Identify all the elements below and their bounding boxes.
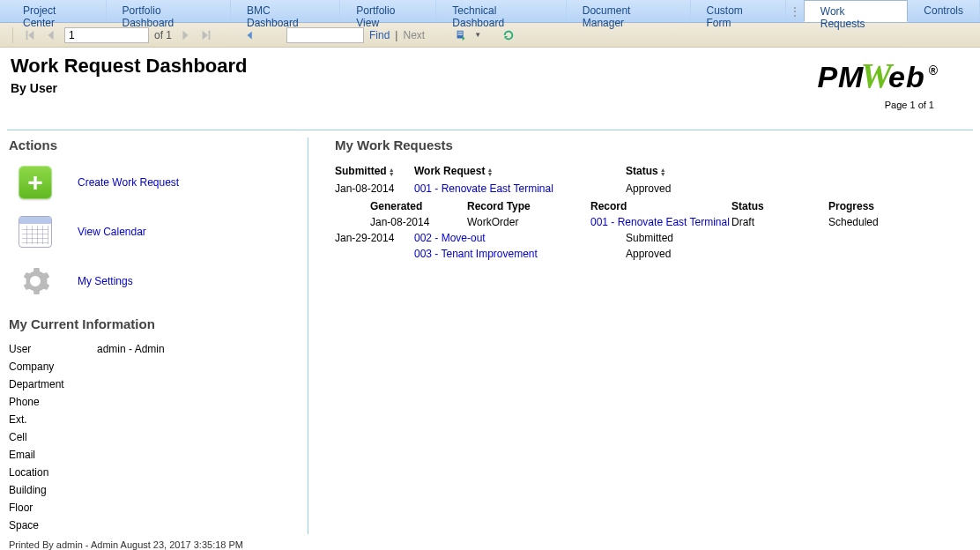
info-label: Cell <box>9 431 97 443</box>
cell-record-type: WorkOrder <box>467 216 590 228</box>
info-row: Space <box>9 517 299 534</box>
tab-bar: Project CenterPortfolio DashboardBMC Das… <box>0 0 980 23</box>
info-label: Company <box>9 360 97 373</box>
calendar-icon <box>19 216 52 248</box>
info-row: Email <box>9 446 299 464</box>
cell-submitted <box>335 248 414 260</box>
tab-portfolio-dashboard[interactable]: Portfolio Dashboard <box>107 0 231 22</box>
info-value: admin - Admin <box>97 343 165 355</box>
child-col-progress: Progress <box>828 200 917 212</box>
info-row: Building <box>9 481 299 499</box>
action-view-calendar[interactable]: View Calendar <box>9 214 299 249</box>
report-header: Work Request Dashboard By User PMWeb® Pa… <box>0 48 980 114</box>
info-label: Location <box>9 466 97 479</box>
info-label: Building <box>9 484 97 496</box>
info-row: Phone <box>9 393 299 411</box>
prev-page-button[interactable] <box>43 27 59 43</box>
info-label: Floor <box>9 502 97 514</box>
print-footer: Printed By admin - Admin August 23, 2017… <box>0 534 980 550</box>
tab-technical-dashboard[interactable]: Technical Dashboard <box>436 0 566 22</box>
tab-bmc-dashboard[interactable]: BMC Dashboard <box>231 0 340 22</box>
back-button[interactable] <box>242 27 258 43</box>
cell-submitted: Jan-08-2014 <box>335 182 414 195</box>
info-label: Space <box>9 519 97 531</box>
info-row: Department <box>9 375 299 393</box>
col-work-request[interactable]: Work Request <box>414 165 485 177</box>
sort-icon: ▲▼ <box>389 167 395 176</box>
request-row: Jan-29-2014002 - Move-outSubmitted <box>335 230 971 246</box>
actions-title: Actions <box>9 138 299 152</box>
last-page-button[interactable] <box>198 27 214 43</box>
plus-icon <box>19 166 52 199</box>
action-my-settings[interactable]: My Settings <box>9 264 299 299</box>
tab-grip[interactable]: ⋮ <box>786 0 804 22</box>
action-label: My Settings <box>78 275 133 287</box>
cell-progress: Scheduled <box>828 216 917 228</box>
child-col-record: Record <box>590 200 731 212</box>
work-request-link[interactable]: 003 - Tenant Improvement <box>414 248 538 260</box>
action-label: Create Work Request <box>78 176 179 189</box>
cell-status: Approved <box>626 182 731 195</box>
first-page-button[interactable] <box>22 27 38 43</box>
cell-status: Submitted <box>626 232 731 244</box>
tab-custom-form[interactable]: Custom Form <box>691 0 787 22</box>
current-info-title: My Current Information <box>9 316 299 331</box>
request-row: Jan-08-2014001 - Renovate East TerminalA… <box>335 181 971 197</box>
my-work-requests-title: My Work Requests <box>335 138 971 152</box>
action-create-work-request[interactable]: Create Work Request <box>9 165 299 200</box>
info-label: Ext. <box>9 413 97 426</box>
tab-work-requests[interactable]: Work Requests <box>804 0 909 22</box>
child-col-generated: Generated <box>370 200 467 212</box>
info-row: Company <box>9 358 299 375</box>
cell-generated: Jan-08-2014 <box>370 216 467 228</box>
tab-controls[interactable]: Controls <box>908 0 980 22</box>
next-link[interactable]: Next <box>403 29 425 41</box>
work-request-link[interactable]: 001 - Renovate East Terminal <box>414 182 553 195</box>
tab-project-center[interactable]: Project Center <box>7 0 107 22</box>
info-label: Email <box>9 449 97 461</box>
page-subtitle: By User <box>11 81 817 95</box>
pmweb-logo: PMWeb® <box>817 55 934 96</box>
find-input[interactable] <box>286 27 364 43</box>
child-col-record_type: Record Type <box>467 200 590 212</box>
page-indicator: Page 1 of 1 <box>817 100 934 110</box>
cell-submitted: Jan-29-2014 <box>335 232 414 244</box>
chevron-down-icon: ▼ <box>474 31 481 39</box>
gear-icon <box>18 264 53 299</box>
info-row: Useradmin - Admin <box>9 340 299 358</box>
work-request-link[interactable]: 002 - Move-out <box>414 232 486 244</box>
col-status[interactable]: Status <box>626 165 658 177</box>
info-label: Department <box>9 378 97 390</box>
export-button[interactable] <box>453 27 469 43</box>
info-label: User <box>9 343 97 355</box>
record-link[interactable]: 001 - Renovate East Terminal <box>590 216 730 228</box>
sort-icon: ▲▼ <box>486 167 493 176</box>
action-label: View Calendar <box>78 226 146 238</box>
find-link[interactable]: Find <box>369 29 390 41</box>
page-title: Work Request Dashboard <box>11 55 817 78</box>
info-row: Ext. <box>9 411 299 428</box>
next-page-button[interactable] <box>177 27 193 43</box>
tab-document-manager[interactable]: Document Manager <box>567 0 691 22</box>
child-header-row: GeneratedRecord TypeRecordStatusProgress <box>370 200 971 212</box>
info-row: Floor <box>9 499 299 517</box>
requests-header-row: Submitted▲▼ Work Request▲▼ Status▲▼ <box>335 165 971 177</box>
child-col-status: Status <box>731 200 828 212</box>
toolbar-separator: | <box>395 29 397 41</box>
tab-portfolio-view[interactable]: Portfolio View <box>340 0 436 22</box>
request-row: 003 - Tenant ImprovementApproved <box>335 246 971 262</box>
sort-icon: ▲▼ <box>660 167 666 176</box>
page-of-label: of 1 <box>154 29 172 41</box>
child-row: Jan-08-2014WorkOrder001 - Renovate East … <box>370 214 971 230</box>
col-submitted[interactable]: Submitted <box>335 165 387 177</box>
cell-status: Approved <box>626 248 731 260</box>
cell-child-status: Draft <box>731 216 828 228</box>
info-label: Phone <box>9 396 97 408</box>
info-row: Location <box>9 464 299 481</box>
refresh-button[interactable] <box>501 27 516 43</box>
info-row: Cell <box>9 428 299 446</box>
page-number-input[interactable] <box>64 27 149 43</box>
